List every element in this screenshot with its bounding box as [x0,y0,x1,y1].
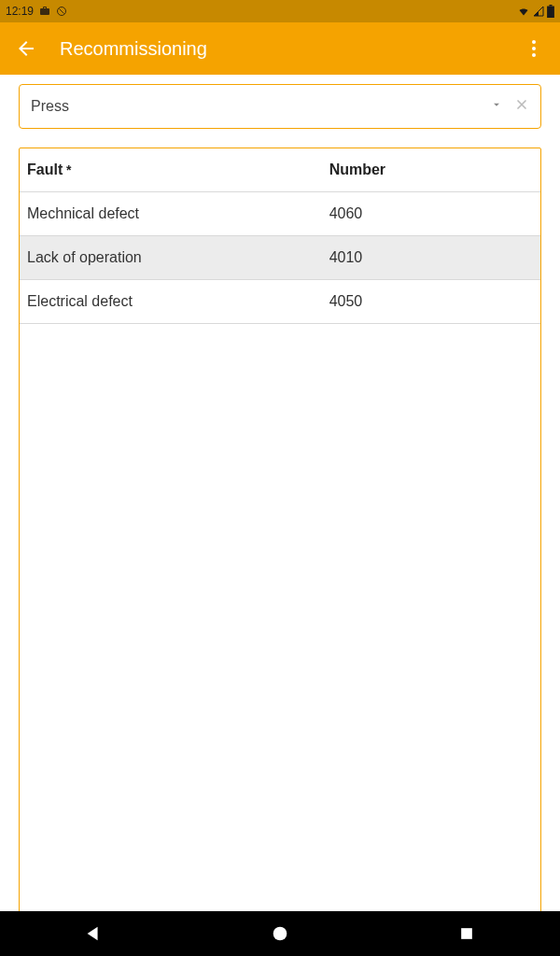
caret-down-icon [490,98,503,115]
signal-icon [532,6,545,17]
overflow-menu-button[interactable] [515,30,553,67]
nav-home-button[interactable] [243,911,317,956]
column-header-number[interactable]: Number [322,148,540,192]
table-row[interactable]: Mechnical defect4060 [20,192,540,236]
svg-rect-7 [461,928,472,939]
status-bar: 12:19 [0,0,560,22]
android-nav-bar [0,911,560,956]
nav-recent-button[interactable] [429,911,504,956]
fault-cell: Mechnical defect [20,192,322,236]
table-header-row: Fault * Number [20,148,540,192]
back-button[interactable] [7,30,45,67]
machine-dropdown[interactable]: Press [19,84,541,129]
status-time: 12:19 [6,5,34,18]
app-bar: Recommissioning [0,22,560,75]
clear-button[interactable] [514,97,529,116]
column-header-fault[interactable]: Fault * [20,148,322,192]
nav-back-button[interactable] [56,911,131,956]
svg-point-4 [532,47,536,50]
svg-point-6 [273,927,287,941]
wifi-icon [517,6,530,17]
dropdown-value: Press [31,98,490,115]
fault-cell: Lack of operation [20,236,322,280]
briefcase-icon [39,6,50,17]
fault-table: Fault * Number Mechnical defect4060Lack … [20,148,540,324]
fault-cell: Electrical defect [20,280,322,324]
number-cell: 4010 [322,236,540,280]
svg-rect-1 [549,5,552,7]
no-sync-icon [56,6,67,17]
svg-rect-2 [547,7,554,18]
page-title: Recommissioning [60,38,515,60]
svg-point-5 [532,53,536,57]
battery-icon [547,5,554,18]
table-row[interactable]: Electrical defect4050 [20,280,540,324]
svg-point-3 [532,40,536,44]
fault-table-container: Fault * Number Mechnical defect4060Lack … [19,148,541,913]
number-cell: 4060 [322,192,540,236]
number-cell: 4050 [322,280,540,324]
table-row[interactable]: Lack of operation4010 [20,236,540,280]
